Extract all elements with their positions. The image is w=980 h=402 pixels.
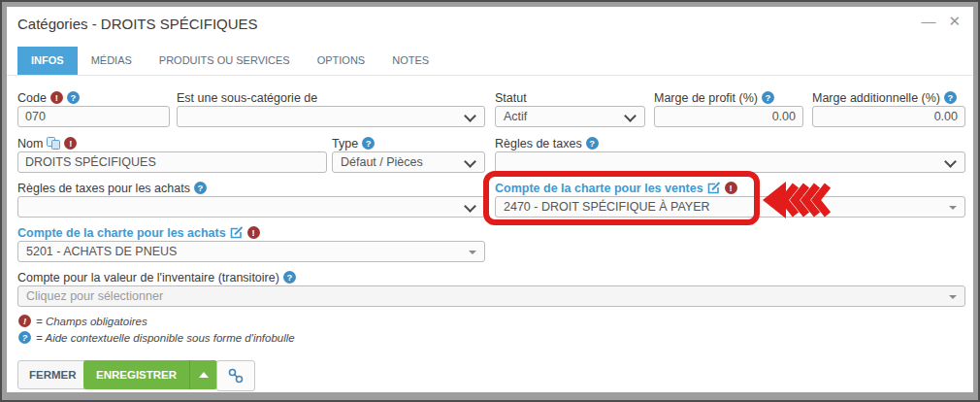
required-icon: !: [247, 226, 260, 239]
sales-account-value: 2470 - DROIT SPÉCIFIQUE À PAYER: [496, 197, 964, 217]
link-icon: [227, 368, 245, 384]
sales-account-label-text[interactable]: Compte de la charte pour les ventes: [495, 182, 703, 195]
inventory-account-field: Compte pour la valeur de l'inventaire (t…: [17, 269, 965, 307]
help-icon: ?: [18, 331, 31, 344]
tab-medias[interactable]: MÉDIAS: [78, 47, 146, 75]
purchase-account-label-text[interactable]: Compte de la charte pour les achats: [17, 226, 226, 240]
purchase-account-value: 5201 - ACHATS DE PNEUS: [18, 242, 484, 261]
help-icon[interactable]: ?: [67, 91, 80, 104]
tax-rules-select[interactable]: [495, 151, 965, 173]
help-icon[interactable]: ?: [194, 182, 207, 194]
profit-margin-field: Marge de profit (%) ?: [654, 89, 803, 127]
type-field: Type ? Défaut / Pièces: [332, 135, 485, 173]
help-icon[interactable]: ?: [944, 91, 957, 104]
code-field: Code ! ?: [17, 89, 170, 127]
inventory-account-placeholder: Cliquez pour sélectionner: [18, 286, 964, 306]
purchase-account-label: Compte de la charte pour les achats !: [17, 224, 485, 241]
tab-notes[interactable]: NOTES: [378, 47, 442, 75]
additional-margin-label-text: Marge additionnelle (%): [812, 91, 940, 105]
name-input[interactable]: [17, 151, 327, 173]
tax-rules-label-text: Règles de taxes: [495, 137, 582, 151]
categories-dialog: Catégories - DROITS SPÉCIFIQUES — ✕ INFO…: [7, 7, 973, 392]
window-controls: — ✕: [921, 12, 961, 31]
tab-infos[interactable]: INFOS: [17, 47, 78, 75]
name-label: Nom !: [17, 135, 327, 151]
code-label-text: Code: [17, 91, 47, 105]
save-button-group: ENREGISTRER: [83, 360, 217, 389]
type-label-text: Type: [332, 137, 358, 151]
caret-up-icon: [199, 372, 209, 378]
additional-margin-label: Marge additionnelle (%) ?: [812, 89, 965, 106]
purchase-account-select[interactable]: 5201 - ACHATS DE PNEUS: [17, 241, 485, 262]
tab-produits-ou-services[interactable]: PRODUITS OU SERVICES: [146, 47, 304, 75]
minimize-icon[interactable]: —: [921, 12, 935, 31]
parent-category-label-text: Est une sous-catégorie de: [177, 91, 317, 105]
translate-icon[interactable]: [47, 137, 60, 150]
sales-account-select[interactable]: 2470 - DROIT SPÉCIFIQUE À PAYER: [495, 196, 965, 218]
additional-margin-input[interactable]: [812, 106, 965, 127]
close-button[interactable]: FERMER: [17, 360, 88, 389]
status-label-text: Statut: [495, 91, 527, 105]
sales-account-field: Compte de la charte pour les ventes ! 24…: [495, 180, 965, 218]
close-icon[interactable]: ✕: [948, 12, 961, 31]
required-icon: !: [18, 315, 31, 327]
save-options-button[interactable]: [189, 360, 217, 389]
help-icon[interactable]: ?: [283, 271, 296, 284]
help-icon[interactable]: ?: [762, 91, 774, 104]
sales-account-label: Compte de la charte pour les ventes !: [495, 180, 965, 196]
purchase-tax-rules-label: Règles de taxes pour les achats ?: [17, 180, 485, 196]
legend-help: ? = Aide contextuelle disponible sous fo…: [18, 331, 295, 344]
edit-icon[interactable]: [707, 182, 721, 194]
save-button[interactable]: ENREGISTRER: [83, 360, 189, 389]
type-value: Défaut / Pièces: [333, 152, 484, 172]
status-value: Actif: [496, 107, 644, 126]
tab-options[interactable]: OPTIONS: [304, 47, 379, 75]
profit-margin-label: Marge de profit (%) ?: [654, 89, 803, 106]
legend-help-text: = Aide contextuelle disponible sous form…: [36, 332, 295, 344]
purchase-account-field: Compte de la charte pour les achats ! 52…: [17, 224, 485, 262]
status-field: Statut Actif: [495, 89, 645, 127]
inventory-account-label-text: Compte pour la valeur de l'inventaire (t…: [17, 271, 279, 285]
help-icon[interactable]: ?: [586, 137, 599, 150]
status-select[interactable]: Actif: [495, 106, 645, 127]
profit-margin-label-text: Marge de profit (%): [654, 91, 758, 105]
inventory-account-label: Compte pour la valeur de l'inventaire (t…: [17, 269, 965, 285]
inventory-account-select[interactable]: Cliquez pour sélectionner: [17, 285, 965, 307]
purchase-tax-rules-field: Règles de taxes pour les achats ?: [17, 180, 485, 218]
help-icon[interactable]: ?: [362, 137, 375, 150]
profit-margin-input[interactable]: [654, 106, 803, 127]
name-label-text: Nom: [17, 137, 43, 151]
legend-required: ! = Champs obligatoires: [18, 315, 147, 327]
dialog-title: Catégories - DROITS SPÉCIFIQUES: [17, 16, 258, 32]
parent-category-label: Est une sous-catégorie de: [177, 89, 485, 106]
required-icon: !: [64, 137, 77, 150]
purchase-tax-rules-select[interactable]: [17, 196, 485, 218]
tax-rules-field: Règles de taxes ?: [495, 135, 965, 173]
name-field: Nom !: [17, 135, 327, 173]
tax-rules-label: Règles de taxes ?: [495, 135, 965, 151]
tab-bar: INFOS MÉDIAS PRODUITS OU SERVICES OPTION…: [7, 47, 973, 76]
edit-icon[interactable]: [230, 226, 244, 239]
link-button[interactable]: [216, 360, 255, 391]
purchase-tax-rules-label-text: Règles de taxes pour les achats: [17, 182, 190, 195]
parent-category-field: Est une sous-catégorie de: [177, 89, 485, 127]
additional-margin-field: Marge additionnelle (%) ?: [812, 89, 965, 127]
status-label: Statut: [495, 89, 645, 106]
parent-category-select[interactable]: [177, 106, 485, 127]
code-input[interactable]: [17, 106, 170, 127]
required-icon: !: [725, 182, 737, 194]
legend-required-text: = Champs obligatoires: [36, 316, 147, 327]
required-icon: !: [50, 91, 63, 104]
code-label: Code ! ?: [17, 89, 170, 106]
type-label: Type ?: [332, 135, 485, 151]
type-select[interactable]: Défaut / Pièces: [332, 151, 485, 173]
